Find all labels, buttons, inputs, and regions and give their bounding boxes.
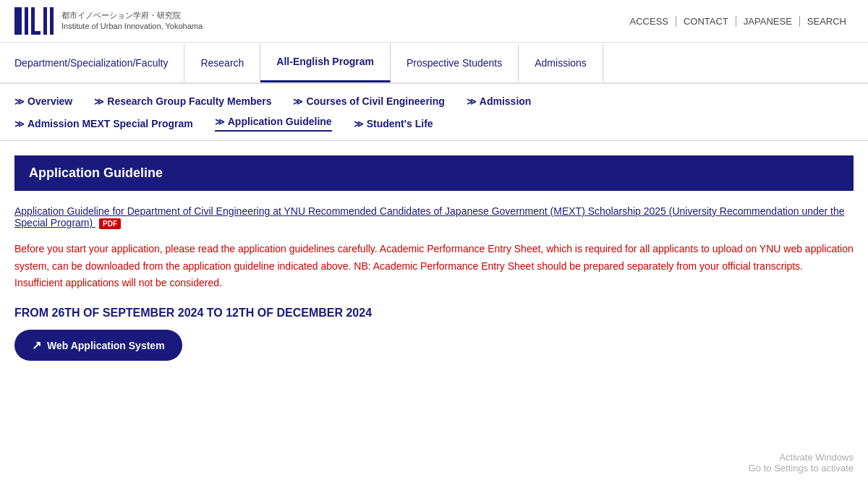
subnav-overview[interactable]: ≫ Overview (14, 95, 72, 107)
subnav-admission-label: Admission (480, 95, 532, 107)
chevron-icon: ≫ (94, 96, 104, 107)
subnav-overview-label: Overview (27, 95, 72, 107)
subnav-guideline-label: Application Guideline (228, 116, 332, 127)
date-heading: FROM 26TH OF SEPTEMBER 2024 TO 12TH OF D… (14, 307, 854, 320)
subnav-student-life[interactable]: ≫ Student's Life (354, 118, 433, 129)
logo-text: 都市イノベーション学府・研究院 Institute of Urban Innov… (61, 10, 203, 33)
subnav-courses[interactable]: ≫ Courses of Civil Engineering (293, 95, 444, 107)
chevron-icon: ≫ (354, 119, 364, 129)
subnav-row2: ≫ Admission MEXT Special Program ≫ Appli… (14, 116, 854, 132)
japanese-link[interactable]: JAPANESE (736, 16, 799, 27)
subnav-mext-label: Admission MEXT Special Program (27, 118, 193, 129)
logo-line2: Institute of Urban Innovation, Yokohama (61, 21, 203, 32)
section-header: Application Guideline (14, 155, 854, 191)
nav-item-admissions[interactable]: Admissions (519, 44, 603, 82)
web-application-button[interactable]: ↗ Web Application System (14, 330, 182, 361)
contact-link[interactable]: CONTACT (676, 16, 736, 27)
chevron-icon: ≫ (467, 96, 477, 107)
access-link[interactable]: ACCESS (623, 16, 676, 27)
warning-paragraph: Before you start your application, pleas… (14, 241, 854, 292)
svg-rect-1 (25, 7, 28, 35)
nav-item-department[interactable]: Department/Specialization/Faculty (14, 44, 184, 82)
chevron-icon: ≫ (215, 116, 225, 127)
web-app-button-label: Web Application System (47, 340, 165, 351)
main-content: Application Guideline Application Guidel… (0, 141, 868, 375)
main-nav: Department/Specialization/Faculty Resear… (0, 43, 868, 84)
chevron-icon: ≫ (14, 96, 25, 107)
guideline-pdf-link[interactable]: Application Guideline for Department of … (14, 205, 845, 228)
button-arrow-icon: ↗ (32, 338, 41, 352)
svg-rect-5 (50, 7, 54, 35)
chevron-icon: ≫ (293, 96, 303, 107)
guideline-link-text: Application Guideline for Department of … (14, 205, 845, 228)
header: 都市イノベーション学府・研究院 Institute of Urban Innov… (0, 0, 868, 43)
subnav-student-life-label: Student's Life (367, 118, 433, 129)
subnav-courses-label: Courses of Civil Engineering (306, 95, 444, 107)
chevron-icon: ≫ (14, 119, 25, 129)
subnav-mext[interactable]: ≫ Admission MEXT Special Program (14, 118, 193, 129)
subnav-section: ≫ Overview ≫ Research Group Faculty Memb… (0, 84, 868, 141)
section-title: Application Guideline (29, 166, 163, 180)
subnav-research-faculty-label: Research Group Faculty Members (107, 95, 271, 107)
logo-svg (14, 7, 54, 35)
subnav-research-faculty[interactable]: ≫ Research Group Faculty Members (94, 95, 271, 107)
svg-rect-4 (43, 7, 47, 35)
subnav-application-guideline[interactable]: ≫ Application Guideline (215, 116, 332, 132)
nav-item-prospective[interactable]: Prospective Students (391, 44, 519, 82)
logo-area: 都市イノベーション学府・研究院 Institute of Urban Innov… (14, 7, 203, 35)
subnav-admission[interactable]: ≫ Admission (467, 95, 532, 107)
svg-rect-3 (31, 31, 41, 35)
search-link[interactable]: SEARCH (799, 16, 854, 27)
nav-item-research[interactable]: Research (184, 44, 260, 82)
nav-item-all-english[interactable]: All-English Program (260, 43, 391, 82)
svg-rect-2 (31, 7, 35, 35)
svg-rect-0 (14, 7, 22, 35)
logo-line1: 都市イノベーション学府・研究院 (61, 10, 203, 21)
pdf-badge: PDF (99, 218, 121, 229)
iui-logo-icon (14, 7, 54, 35)
header-links: ACCESS CONTACT JAPANESE SEARCH (623, 16, 854, 27)
subnav-row1: ≫ Overview ≫ Research Group Faculty Memb… (14, 95, 854, 107)
